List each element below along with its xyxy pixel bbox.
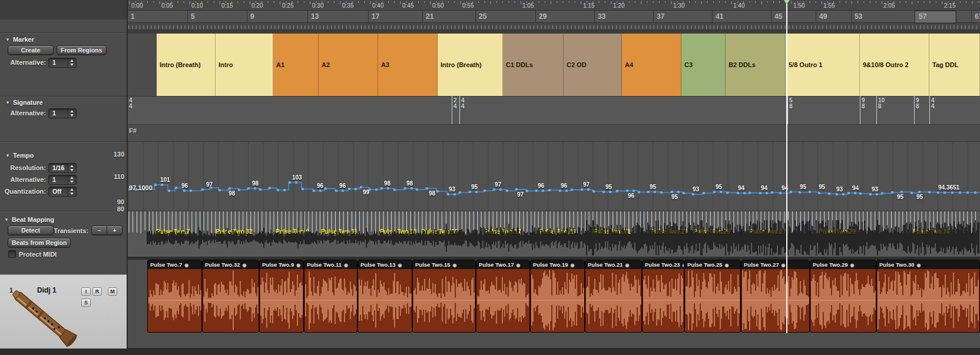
marker-region[interactable]: C2 OD — [564, 34, 622, 96]
marker-region[interactable]: A3 — [378, 34, 438, 96]
instrument-recorder-image — [9, 288, 80, 347]
track-header-didj[interactable]: 1 Didj 1 IRMS — [0, 274, 127, 349]
audio-region-header[interactable]: Pulse Two.15◉ — [413, 260, 475, 269]
apple-loop-icon: ◉ — [516, 263, 520, 268]
transients-minus-button[interactable]: − — [91, 225, 107, 235]
tempo-value-label: 93 — [693, 186, 699, 193]
time-ruler-label: 0:45 — [402, 2, 413, 9]
marker-section: ▼Marker Create From Regions Alternative:… — [0, 32, 127, 97]
audio-region[interactable]: Pulse Two.19◉ — [530, 260, 585, 333]
tempo-value-label: 96 — [317, 183, 323, 189]
tempo-disclosure-icon[interactable]: ▼ — [5, 153, 10, 158]
audio-region[interactable]: Pulse Two.29◉ — [810, 260, 876, 333]
audio-region-header[interactable]: Pulse Two.23◉ — [643, 260, 684, 269]
audio-region[interactable]: Pulse Two.21◉ — [585, 260, 642, 333]
track-button-r[interactable]: R — [92, 287, 102, 296]
audio-region-header[interactable]: Pulse Two.32◉ — [203, 260, 259, 269]
time-signature-event[interactable]: 24 — [453, 98, 457, 110]
stepper-arrows-icon[interactable] — [68, 109, 76, 118]
track-button-m[interactable]: M — [108, 287, 117, 296]
audio-region[interactable]: Pulse Two.17◉ — [476, 260, 530, 333]
audio-region[interactable]: Pulse Two.25◉ — [684, 260, 741, 333]
track-button-i[interactable]: I — [81, 287, 91, 296]
marker-from-regions-button[interactable]: From Regions — [57, 45, 107, 55]
audio-region-header[interactable]: Pulse Two.19◉ — [531, 260, 584, 269]
marker-create-button[interactable]: Create — [8, 45, 54, 55]
audio-region-name: Pulse Two.25 — [687, 261, 722, 268]
audio-region-header[interactable]: Pulse Two.27◉ — [741, 260, 809, 269]
marker-region[interactable]: 5/8 Outro 1 — [786, 34, 860, 96]
marker-region[interactable]: Intro — [216, 34, 273, 96]
audio-region[interactable]: Pulse Two.30◉ — [876, 260, 980, 333]
tempo-value-label: 95 — [605, 184, 612, 190]
time-signature-event[interactable]: 44 — [461, 98, 465, 110]
audio-region[interactable]: Pulse Two.11◉ — [304, 260, 357, 333]
audio-region-header[interactable]: Pulse Two.17◉ — [476, 260, 529, 269]
time-signature-event[interactable]: 98 — [916, 98, 919, 110]
marker-region[interactable]: A1 — [273, 34, 319, 96]
tempo-value-label: 96 — [339, 183, 346, 189]
audio-region-header[interactable]: Pulse Two.30◉ — [877, 260, 979, 269]
audio-region-header[interactable]: Pulse Two.7◉ — [148, 260, 201, 269]
marker-disclosure-icon[interactable]: ▼ — [5, 37, 10, 42]
protect-midi-checkbox[interactable] — [8, 250, 16, 258]
tempo-track-lane[interactable] — [128, 141, 980, 211]
marker-region[interactable]: C1 DDLs — [503, 34, 564, 96]
audio-region-header[interactable]: Pulse Two.11◉ — [304, 260, 357, 269]
marker-region[interactable]: A2 — [319, 34, 378, 96]
chord-track-lane[interactable] — [128, 124, 980, 142]
marker-region[interactable]: A4 — [622, 34, 681, 96]
audio-region[interactable]: Pulse Two.13◉ — [357, 260, 412, 333]
marker-region[interactable]: Intro (Breath) — [438, 34, 503, 96]
audio-region[interactable]: Pulse Two.9◉ — [259, 260, 304, 333]
audio-region-header[interactable]: Pulse Two.29◉ — [810, 260, 876, 269]
tempo-value-label: 93 — [836, 186, 843, 193]
audio-region-header[interactable]: Pulse Two.25◉ — [685, 260, 740, 269]
audio-region[interactable]: Pulse Two.7◉ — [147, 260, 202, 333]
stepper-arrows-icon[interactable] — [68, 58, 76, 67]
marker-alternative-stepper[interactable]: 1 — [48, 58, 77, 68]
chord-label[interactable]: F# — [129, 127, 137, 134]
audio-region[interactable]: Pulse Two.32◉ — [202, 260, 259, 333]
tempo-resolution-stepper[interactable]: 1/16 — [48, 163, 77, 173]
audio-region-header[interactable]: Pulse Two.9◉ — [260, 260, 303, 269]
audio-region[interactable]: Pulse Two.15◉ — [412, 260, 476, 333]
time-signature-event[interactable]: 108 — [878, 98, 885, 110]
marker-region[interactable]: Tag DDL — [929, 34, 980, 96]
time-signature-event[interactable]: 58 — [789, 98, 793, 110]
audio-region-header[interactable]: Pulse Two.21◉ — [585, 260, 641, 269]
beats-from-region-button[interactable]: Beats from Region — [8, 238, 71, 247]
marker-region[interactable]: C3 — [681, 34, 726, 96]
bar-ruler[interactable] — [128, 11, 980, 23]
marker-region[interactable]: Intro (Breath) — [157, 34, 216, 96]
transients-plus-button[interactable]: + — [107, 225, 122, 235]
stepper-arrows-icon[interactable] — [68, 187, 76, 196]
signature-disclosure-icon[interactable]: ▼ — [5, 100, 10, 105]
stepper-arrows-icon[interactable] — [68, 164, 76, 172]
marker-region[interactable]: 9&10/8 Outro 2 — [860, 34, 929, 96]
tempo-alternative-stepper[interactable]: 1 — [48, 175, 77, 185]
time-signature-event[interactable]: 44 — [129, 98, 133, 110]
signature-alternative-stepper[interactable]: 1 — [48, 108, 77, 118]
panel-divider[interactable] — [127, 0, 128, 355]
time-signature-event[interactable]: 98 — [862, 98, 865, 110]
stepper-arrows-icon[interactable] — [68, 175, 76, 184]
audio-region[interactable]: Pulse Two.27◉ — [741, 260, 810, 333]
marker-region[interactable]: B2 DDLs — [726, 34, 786, 96]
logic-global-tracks-window: ▼Global Tracks + + ▼Marker Create From R… — [0, 0, 980, 355]
signature-track-lane[interactable] — [128, 96, 980, 125]
audio-region-name: Pulse Two.17 — [479, 261, 514, 268]
audio-region-name: Pulse Two.9 — [262, 261, 294, 268]
playhead-marker-icon[interactable] — [784, 0, 790, 7]
apple-loop-icon: ◉ — [570, 263, 574, 268]
time-ruler-label: 1:20 — [613, 2, 624, 9]
time-signature-event[interactable]: 44 — [931, 98, 935, 110]
audio-region-header[interactable]: Pulse Two.13◉ — [358, 260, 412, 269]
playhead[interactable] — [786, 0, 787, 333]
beat-mapping-disclosure-icon[interactable]: ▼ — [4, 217, 9, 223]
audio-region[interactable]: Pulse Two.23◉ — [642, 260, 684, 333]
tempo-scale-label: 80 — [108, 205, 124, 213]
tempo-quantization-stepper[interactable]: Off — [48, 187, 77, 197]
track-button-s[interactable]: S — [81, 298, 91, 307]
audio-region-waveform — [413, 269, 476, 332]
